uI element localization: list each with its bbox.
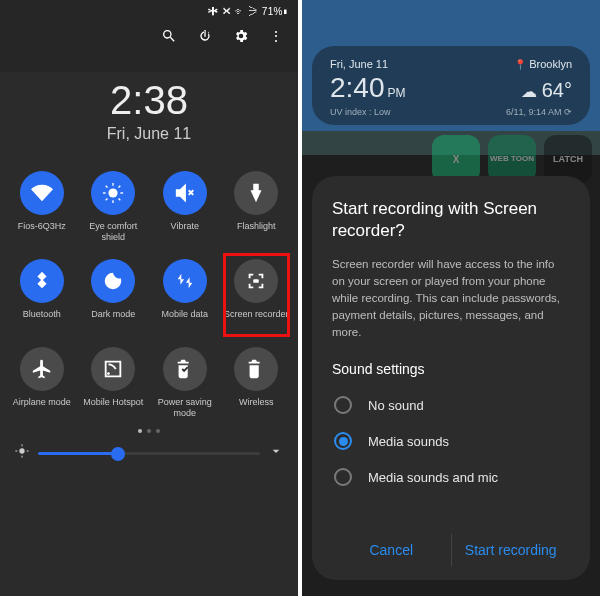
clock-time: 2:38	[0, 78, 298, 123]
option-label: Media sounds and mic	[368, 470, 498, 485]
brightness-low-icon	[14, 443, 30, 463]
clock-date: Fri, June 11	[0, 125, 298, 143]
weather-card: Fri, June 11 📍 Brooklyn 2:40PM ☁ 64° UV …	[312, 46, 590, 125]
radio-icon	[334, 432, 352, 450]
qs-tile-mobile-data[interactable]: Mobile data	[149, 253, 221, 337]
lock-ampm: PM	[388, 86, 406, 100]
search-icon[interactable]	[161, 28, 177, 48]
power-icon[interactable]	[197, 28, 213, 48]
qs-tile-flashlight[interactable]: Flashlight	[221, 165, 293, 249]
quick-settings-tiles: Fios-6Q3HzEye comfort shieldVibrateFlash…	[0, 161, 298, 425]
screen-recorder-dialog: Start recording with Screen recorder? Sc…	[312, 176, 590, 580]
status-bar: ✱ ✕ ᯤ ⚞ 71%▮	[0, 0, 298, 22]
tile-icon	[163, 171, 207, 215]
tile-icon	[91, 171, 135, 215]
quick-settings-toolbar: ⋮	[0, 22, 298, 50]
weather-date: Fri, June 11	[330, 58, 388, 70]
dialog-actions: Cancel Start recording	[332, 524, 570, 568]
brightness-row	[0, 433, 298, 463]
tile-icon	[163, 259, 207, 303]
svg-line-7	[106, 199, 108, 201]
tile-label: Dark mode	[91, 309, 135, 331]
tile-icon	[20, 259, 64, 303]
qs-tile-bluetooth[interactable]: Bluetooth	[6, 253, 78, 337]
more-icon[interactable]: ⋮	[269, 28, 284, 48]
qs-tile-screen-recorder[interactable]: Screen recorder	[221, 253, 293, 337]
radio-icon	[334, 396, 352, 414]
tile-label: Screen recorder	[224, 309, 289, 331]
tile-icon	[234, 171, 278, 215]
qs-tile-vibrate[interactable]: Vibrate	[149, 165, 221, 249]
svg-point-10	[107, 372, 110, 375]
status-icons: ✱ ✕ ᯤ ⚞ 71%▮	[208, 6, 288, 17]
lockscreen-panel: Fri, June 11 📍 Brooklyn 2:40PM ☁ 64° UV …	[302, 0, 600, 596]
uv-index: UV index : Low	[330, 107, 391, 117]
tile-label: Bluetooth	[23, 309, 61, 331]
tile-icon	[163, 347, 207, 391]
sound-option[interactable]: No sound	[332, 387, 570, 423]
svg-line-5	[106, 186, 108, 188]
option-label: No sound	[368, 398, 424, 413]
tile-label: Airplane mode	[13, 397, 71, 419]
brightness-slider[interactable]	[38, 452, 260, 455]
radio-icon	[334, 468, 352, 486]
cloud-icon: ☁	[521, 83, 537, 100]
svg-rect-9	[254, 279, 260, 283]
qs-tile-fios-6q3hz[interactable]: Fios-6Q3Hz	[6, 165, 78, 249]
chevron-down-icon[interactable]	[268, 443, 284, 463]
app-row: X WEB TOON LATCH	[302, 125, 600, 183]
weather-location: Brooklyn	[529, 58, 572, 70]
dialog-title: Start recording with Screen recorder?	[332, 198, 570, 242]
start-recording-button[interactable]: Start recording	[452, 534, 571, 566]
svg-point-0	[109, 188, 118, 197]
svg-point-11	[19, 448, 24, 453]
sound-option[interactable]: Media sounds and mic	[332, 459, 570, 495]
location-pin-icon: 📍	[514, 59, 526, 70]
svg-line-8	[119, 186, 121, 188]
tile-label: Eye comfort shield	[80, 221, 148, 243]
status-bar-right	[302, 0, 600, 22]
tile-icon	[91, 347, 135, 391]
tile-label: Wireless	[239, 397, 274, 419]
cancel-button[interactable]: Cancel	[332, 534, 451, 566]
tile-icon	[234, 259, 278, 303]
gear-icon[interactable]	[233, 28, 249, 48]
tile-label: Vibrate	[171, 221, 199, 243]
dialog-body: Screen recorder will have access to the …	[332, 256, 570, 341]
weather-temp: 64°	[542, 79, 572, 101]
tile-icon	[91, 259, 135, 303]
tile-icon	[234, 347, 278, 391]
tile-icon	[20, 347, 64, 391]
qs-tile-mobile-hotspot[interactable]: Mobile Hotspot	[78, 341, 150, 425]
tile-label: Power saving mode	[151, 397, 219, 419]
sound-option[interactable]: Media sounds	[332, 423, 570, 459]
qs-tile-wireless[interactable]: Wireless	[221, 341, 293, 425]
lock-time: 2:40	[330, 72, 385, 103]
sound-settings-title: Sound settings	[332, 361, 570, 377]
svg-line-6	[119, 199, 121, 201]
tile-label: Flashlight	[237, 221, 276, 243]
quick-settings-panel: ✱ ✕ ᯤ ⚞ 71%▮ ⋮ 2:38 Fri, June 11 Fios-6Q…	[0, 0, 298, 596]
qs-tile-airplane-mode[interactable]: Airplane mode	[6, 341, 78, 425]
clock-block: 2:38 Fri, June 11	[0, 78, 298, 143]
option-label: Media sounds	[368, 434, 449, 449]
qs-tile-dark-mode[interactable]: Dark mode	[78, 253, 150, 337]
qs-tile-eye-comfort-shield[interactable]: Eye comfort shield	[78, 165, 150, 249]
weather-updated: 6/11, 9:14 AM ⟳	[506, 107, 572, 117]
qs-tile-power-saving-mode[interactable]: Power saving mode	[149, 341, 221, 425]
tile-label: Mobile Hotspot	[83, 397, 143, 419]
tile-label: Mobile data	[161, 309, 208, 331]
tile-label: Fios-6Q3Hz	[18, 221, 66, 243]
tile-icon	[20, 171, 64, 215]
